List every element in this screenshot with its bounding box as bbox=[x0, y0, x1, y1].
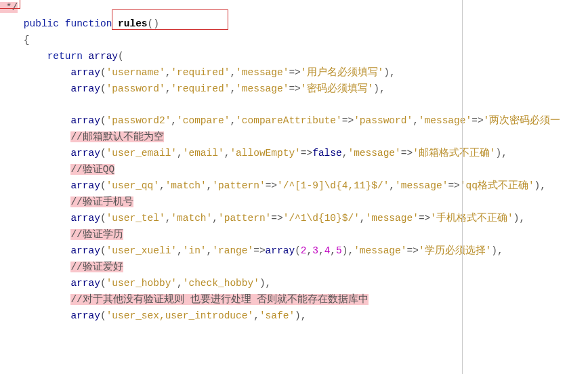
r3-ak: 'allowEmpty' bbox=[230, 148, 300, 159]
r1-field: 'password' bbox=[106, 83, 165, 94]
r4-mv: 'qq格式不正确' bbox=[460, 180, 534, 191]
r0-rule: 'required' bbox=[171, 67, 230, 78]
r2-ak: 'compareAttribute' bbox=[236, 115, 342, 126]
r8-rule: 'safe' bbox=[259, 310, 295, 321]
margin-guide bbox=[462, 0, 463, 374]
r5-mk: 'message' bbox=[366, 213, 419, 224]
r0-mk: 'message' bbox=[236, 67, 289, 78]
r2-rule: 'compare' bbox=[177, 115, 230, 126]
kw-array: array bbox=[70, 67, 100, 78]
brace-open: { bbox=[24, 35, 30, 45]
r5-rule: 'match' bbox=[171, 213, 212, 224]
kw-array: array bbox=[70, 148, 100, 159]
r3-field: 'user_email' bbox=[106, 148, 177, 159]
fn-parens: () bbox=[148, 18, 159, 29]
num-2: 2 bbox=[301, 245, 307, 256]
kw-array: array bbox=[89, 51, 119, 62]
r3-mv: '邮箱格式不正确' bbox=[413, 148, 495, 159]
r0-mv: '用户名必须填写' bbox=[301, 67, 383, 78]
fn-name: rules bbox=[118, 18, 148, 29]
kw-array: array bbox=[70, 180, 100, 191]
r3-mk: 'message' bbox=[348, 148, 400, 159]
cmt-qq: //验证QQ bbox=[70, 164, 114, 175]
r3-rule: 'email' bbox=[183, 148, 224, 159]
r0-field: 'username' bbox=[106, 67, 165, 78]
cmt-xueli: //验证学历 bbox=[70, 229, 123, 240]
kw-array: array bbox=[70, 213, 100, 224]
false-literal: false bbox=[312, 148, 342, 159]
r1-mv: '密码必须填写' bbox=[301, 83, 373, 94]
r1-mk: 'message' bbox=[236, 83, 289, 94]
r6-rk: 'range' bbox=[212, 245, 253, 256]
kw-array: array bbox=[70, 83, 100, 94]
r6-rule: 'in' bbox=[183, 245, 207, 256]
kw-function: function bbox=[65, 18, 112, 29]
r6-mk: 'message' bbox=[354, 245, 406, 256]
cmt-tel: //验证手机号 bbox=[70, 196, 133, 207]
r7-field: 'user_hobby' bbox=[106, 278, 177, 289]
code-block: */ public function rules() { return arra… bbox=[0, 0, 588, 324]
kw-public: public bbox=[24, 18, 59, 29]
num-5: 5 bbox=[336, 245, 342, 256]
cmt-hobby: //验证爱好 bbox=[70, 262, 123, 272]
r4-mk: 'message' bbox=[395, 180, 448, 191]
r7-rule: 'check_hobby' bbox=[183, 278, 259, 289]
comment-end: */ bbox=[0, 2, 18, 13]
cmt-other: //对于其他没有验证规则 也要进行处理 否则就不能存在数据库中 bbox=[70, 294, 369, 305]
kw-return: return bbox=[47, 51, 83, 62]
r2-field: 'password2' bbox=[106, 115, 171, 126]
cmt-email: //邮箱默认不能为空 bbox=[70, 131, 163, 142]
r4-pv: '/^[1-9]\d{4,11}$/' bbox=[277, 180, 389, 191]
r8-field: 'user_sex,user_introduce' bbox=[106, 310, 254, 321]
num-3: 3 bbox=[312, 245, 318, 256]
kw-array: array bbox=[70, 278, 100, 289]
r4-pk: 'pattern' bbox=[212, 180, 265, 191]
r5-field: 'user_tel' bbox=[106, 213, 165, 224]
r6-field: 'user_xueli' bbox=[106, 245, 177, 256]
kw-array: array bbox=[70, 115, 100, 126]
r1-rule: 'required' bbox=[171, 83, 230, 94]
kw-array: array bbox=[266, 245, 295, 256]
r5-pk: 'pattern' bbox=[218, 213, 271, 224]
r5-pv: '/^1\d{10}$/' bbox=[283, 213, 360, 224]
r2-mk: 'message' bbox=[419, 115, 471, 126]
r4-rule: 'match' bbox=[165, 180, 207, 191]
kw-array: array bbox=[70, 245, 100, 256]
r4-field: 'user_qq' bbox=[106, 180, 159, 191]
r6-mv: '学历必须选择' bbox=[419, 245, 491, 256]
r2-mv: '两次密码必须一 bbox=[484, 115, 561, 126]
r2-av: 'password' bbox=[354, 115, 413, 126]
kw-array: array bbox=[70, 310, 100, 321]
r5-mv: '手机格式不正确' bbox=[430, 213, 513, 224]
